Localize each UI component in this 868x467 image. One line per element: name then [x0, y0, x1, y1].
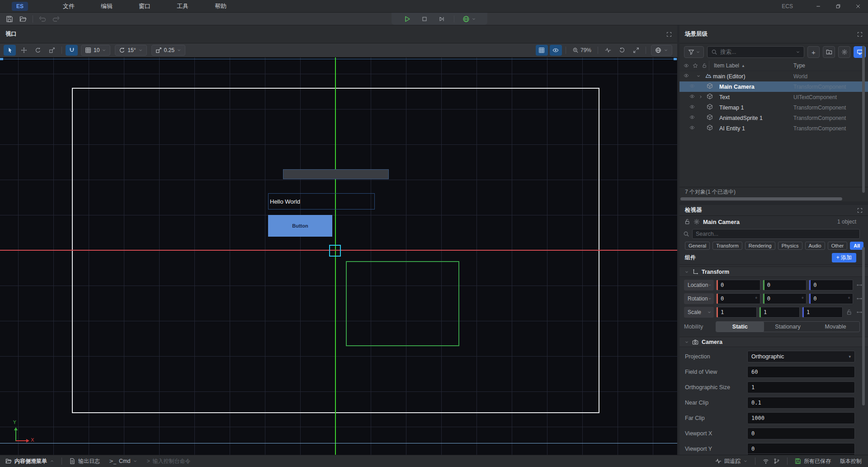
tab-audio[interactable]: Audio — [805, 242, 825, 250]
camera-selection-gizmo[interactable] — [329, 245, 341, 257]
scale-x-field[interactable]: 1 — [716, 307, 757, 318]
rotation-dropdown[interactable]: Rotation — [684, 293, 714, 304]
select-tool-button[interactable] — [4, 45, 16, 56]
rotate-snap-dropdown[interactable]: 15° — [115, 45, 146, 56]
add-object-button[interactable]: + — [807, 46, 820, 58]
hierarchy-row-ai-entity[interactable]: AI Entity 1 TransformComponent — [679, 123, 868, 133]
entity-bounds-rect[interactable] — [346, 261, 459, 346]
far-clip-input[interactable]: 1000 — [747, 412, 855, 424]
eye-column-icon[interactable] — [684, 63, 689, 68]
expand-panel-icon[interactable] — [857, 32, 863, 37]
visibility-eye-icon[interactable] — [689, 104, 695, 111]
hierarchy-search-input[interactable] — [720, 49, 793, 55]
filter-dropdown[interactable] — [684, 46, 704, 58]
guide-handle-left[interactable] — [0, 58, 3, 60]
play-button[interactable] — [400, 14, 415, 24]
gear-icon[interactable] — [693, 219, 700, 225]
tab-general[interactable]: General — [685, 242, 710, 250]
rotate-tool-button[interactable] — [32, 45, 44, 56]
scale-y-field[interactable]: 1 — [759, 307, 800, 318]
cmd-dropdown[interactable]: >_ Cmd — [109, 458, 137, 464]
mobility-stationary[interactable]: Stationary — [764, 322, 812, 332]
tab-rendering[interactable]: Rendering — [745, 242, 775, 250]
save-status[interactable]: 所有已保存 — [795, 457, 831, 465]
world-dropdown[interactable] — [651, 45, 672, 56]
guide-handle-right[interactable] — [674, 58, 677, 60]
field-of-view-input[interactable]: 60 — [747, 366, 855, 378]
mobility-static[interactable]: Static — [716, 322, 764, 332]
near-clip-input[interactable]: 0.1 — [747, 397, 855, 409]
visibility-eye-icon[interactable] — [689, 125, 695, 132]
inspector-vscrollbar[interactable] — [862, 247, 865, 405]
snap-toggle-button[interactable] — [66, 45, 78, 56]
tilemap-object[interactable] — [283, 169, 389, 179]
save-button[interactable] — [3, 14, 16, 24]
menu-window[interactable]: 窗口 — [126, 2, 164, 10]
content-drawer-button[interactable]: 内容侧滑菜单 — [5, 457, 54, 465]
visibility-eye-icon[interactable] — [689, 83, 695, 90]
network-status-icon[interactable] — [763, 458, 769, 464]
rotation-y-field[interactable]: 0° — [763, 293, 807, 304]
app-logo[interactable]: ES — [12, 2, 28, 11]
step-button[interactable] — [434, 14, 449, 24]
location-y-field[interactable]: 0 — [763, 280, 807, 291]
fullscreen-button[interactable] — [630, 45, 642, 56]
add-component-button[interactable]: + 添加 — [832, 253, 856, 262]
move-tool-button[interactable] — [18, 45, 30, 56]
expand-panel-icon[interactable] — [666, 32, 672, 37]
lock-icon[interactable] — [684, 219, 690, 225]
mobility-movable[interactable]: Movable — [811, 322, 859, 332]
console-command-input[interactable]: > 输入控制台命令 — [146, 457, 190, 465]
add-folder-button[interactable] — [823, 46, 835, 58]
open-folder-button[interactable] — [16, 14, 30, 24]
location-dropdown[interactable]: Location — [684, 280, 714, 291]
inspector-search-input[interactable] — [696, 231, 856, 237]
grid-visibility-button[interactable] — [536, 45, 548, 56]
location-x-field[interactable]: 0 — [716, 280, 760, 291]
scale-snap-dropdown[interactable]: 0.25 — [151, 45, 185, 56]
hierarchy-row-tilemap[interactable]: Tilemap 1 TransformComponent — [679, 102, 868, 113]
viewport-x-input[interactable]: 0 — [747, 428, 855, 439]
column-item-label[interactable]: Item Label ▲ — [709, 62, 793, 69]
location-z-field[interactable]: 0 — [809, 280, 853, 291]
menu-help[interactable]: 帮助 — [202, 2, 240, 10]
lock-column-icon[interactable] — [702, 63, 707, 68]
hierarchy-row-main-camera[interactable]: Main Camera TransformComponent — [679, 81, 868, 92]
redo-button[interactable] — [49, 14, 63, 24]
scale-dropdown[interactable]: Scale — [684, 307, 714, 318]
projection-dropdown[interactable]: Orthographic▾ — [747, 351, 855, 362]
hierarchy-row-main[interactable]: main (Editor) World — [679, 71, 868, 81]
scale-z-field[interactable]: 1 — [802, 307, 843, 318]
trace-dropdown[interactable]: 回追踪 — [715, 457, 748, 465]
grid-snap-dropdown[interactable]: 10 — [81, 45, 110, 56]
scene-canvas[interactable]: Hello World Button Y X — [0, 57, 677, 455]
inspector-search[interactable] — [692, 229, 860, 239]
rotation-z-field[interactable]: 0° — [809, 293, 853, 304]
output-log-button[interactable]: 输出日志 — [69, 457, 100, 465]
column-type[interactable]: Type — [793, 62, 868, 69]
hierarchy-hscrollbar[interactable] — [679, 197, 868, 201]
run-target-dropdown[interactable] — [459, 14, 480, 24]
tab-physics[interactable]: Physics — [778, 242, 802, 250]
source-control-branch-icon[interactable] — [774, 458, 780, 464]
maximize-button[interactable] — [828, 0, 848, 13]
minimize-button[interactable] — [808, 0, 828, 13]
menu-tools[interactable]: 工具 — [164, 2, 202, 10]
rotation-x-field[interactable]: 0° — [716, 293, 760, 304]
visibility-eye-icon[interactable] — [684, 73, 689, 80]
expand-panel-icon[interactable] — [857, 208, 863, 213]
menu-file[interactable]: 文件 — [50, 2, 88, 10]
camera-section-header[interactable]: Camera — [679, 337, 868, 347]
star-column-icon[interactable] — [693, 63, 698, 68]
hierarchy-vscrollbar[interactable] — [862, 46, 865, 193]
tab-transform[interactable]: Transform — [712, 242, 742, 250]
tab-other[interactable]: Other — [828, 242, 848, 250]
hierarchy-row-text[interactable]: Text UITextComponent — [679, 92, 868, 102]
hierarchy-settings-button[interactable] — [838, 46, 850, 58]
stats-button[interactable] — [602, 45, 614, 56]
orthographic-size-input[interactable]: 1 — [747, 381, 855, 393]
menu-edit[interactable]: 编辑 — [88, 2, 126, 10]
chevron-right-icon[interactable] — [698, 94, 703, 100]
version-control-button[interactable]: 版本控制 — [840, 457, 862, 465]
close-button[interactable] — [848, 0, 868, 13]
